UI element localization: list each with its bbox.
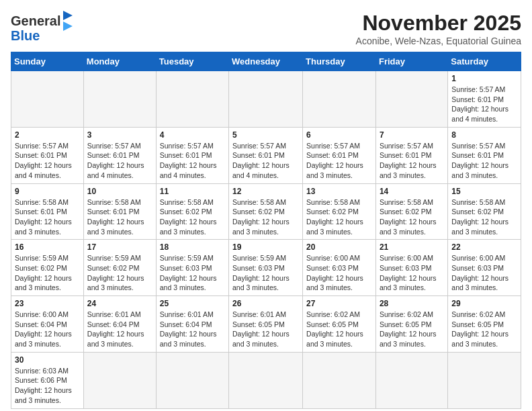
day-info: Sunrise: 5:59 AMSunset: 6:03 PMDaylight:…: [232, 253, 299, 293]
calendar-cell: 28Sunrise: 6:02 AMSunset: 6:05 PMDayligh…: [375, 296, 447, 353]
calendar-week-row: 1Sunrise: 5:57 AMSunset: 6:01 PMDaylight…: [11, 71, 521, 128]
calendar-cell: 14Sunrise: 5:58 AMSunset: 6:02 PMDayligh…: [375, 183, 447, 240]
month-title: November 2025: [356, 11, 521, 36]
calendar-cell: 15Sunrise: 5:58 AMSunset: 6:02 PMDayligh…: [448, 183, 521, 240]
calendar-cell: 1Sunrise: 5:57 AMSunset: 6:01 PMDaylight…: [448, 71, 521, 128]
weekday-header-sunday: Sunday: [11, 52, 84, 71]
day-number: 27: [306, 299, 372, 308]
day-info: Sunrise: 6:03 AMSunset: 6:06 PMDaylight:…: [15, 366, 80, 406]
calendar-week-row: 30Sunrise: 6:03 AMSunset: 6:06 PMDayligh…: [11, 352, 521, 408]
calendar-cell: 4Sunrise: 5:57 AMSunset: 6:01 PMDaylight…: [156, 127, 228, 183]
calendar-cell: 3Sunrise: 5:57 AMSunset: 6:01 PMDaylight…: [83, 127, 156, 183]
day-info: Sunrise: 5:57 AMSunset: 6:01 PMDaylight:…: [232, 141, 299, 181]
day-info: Sunrise: 6:01 AMSunset: 6:05 PMDaylight:…: [232, 310, 299, 349]
day-number: 28: [380, 299, 444, 308]
day-info: Sunrise: 5:57 AMSunset: 6:01 PMDaylight:…: [451, 141, 517, 181]
day-info: Sunrise: 5:58 AMSunset: 6:02 PMDaylight:…: [380, 197, 444, 237]
day-number: 11: [160, 187, 225, 196]
weekday-header-monday: Monday: [83, 52, 156, 71]
calendar-cell: [375, 71, 447, 128]
calendar-week-row: 16Sunrise: 5:59 AMSunset: 6:02 PMDayligh…: [11, 240, 521, 296]
day-number: 29: [451, 299, 517, 308]
day-info: Sunrise: 5:58 AMSunset: 6:02 PMDaylight:…: [232, 197, 299, 237]
weekday-header-saturday: Saturday: [448, 52, 521, 71]
calendar-cell: [303, 71, 376, 128]
day-info: Sunrise: 5:59 AMSunset: 6:02 PMDaylight:…: [87, 253, 152, 293]
day-info: Sunrise: 6:02 AMSunset: 6:05 PMDaylight:…: [380, 310, 444, 349]
calendar-cell: 12Sunrise: 5:58 AMSunset: 6:02 PMDayligh…: [229, 183, 303, 240]
calendar-cell: [156, 352, 228, 408]
calendar-cell: 21Sunrise: 6:00 AMSunset: 6:03 PMDayligh…: [375, 240, 447, 296]
calendar-cell: 2Sunrise: 5:57 AMSunset: 6:01 PMDaylight…: [11, 127, 84, 183]
day-info: Sunrise: 5:58 AMSunset: 6:02 PMDaylight:…: [160, 197, 225, 237]
day-info: Sunrise: 6:00 AMSunset: 6:04 PMDaylight:…: [15, 310, 80, 349]
calendar-cell: 16Sunrise: 5:59 AMSunset: 6:02 PMDayligh…: [11, 240, 84, 296]
day-info: Sunrise: 5:58 AMSunset: 6:02 PMDaylight:…: [306, 197, 372, 237]
day-info: Sunrise: 5:57 AMSunset: 6:01 PMDaylight:…: [87, 141, 152, 181]
calendar-cell: [83, 352, 156, 408]
calendar-cell: 27Sunrise: 6:02 AMSunset: 6:05 PMDayligh…: [303, 296, 376, 353]
day-number: 5: [232, 130, 299, 140]
calendar-cell: [375, 352, 447, 408]
calendar-cell: 13Sunrise: 5:58 AMSunset: 6:02 PMDayligh…: [303, 183, 376, 240]
calendar-cell: 5Sunrise: 5:57 AMSunset: 6:01 PMDaylight…: [229, 127, 303, 183]
location-subtitle: Aconibe, Wele-Nzas, Equatorial Guinea: [356, 36, 521, 46]
day-number: 7: [380, 130, 444, 140]
calendar-cell: 19Sunrise: 5:59 AMSunset: 6:03 PMDayligh…: [229, 240, 303, 296]
day-info: Sunrise: 5:58 AMSunset: 6:01 PMDaylight:…: [87, 197, 152, 237]
day-number: 30: [15, 355, 80, 365]
calendar-cell: 24Sunrise: 6:01 AMSunset: 6:04 PMDayligh…: [83, 296, 156, 353]
calendar-cell: [229, 352, 303, 408]
day-number: 20: [306, 242, 372, 252]
day-info: Sunrise: 5:57 AMSunset: 6:01 PMDaylight:…: [160, 141, 225, 181]
day-number: 25: [160, 299, 225, 308]
day-number: 1: [451, 74, 517, 83]
day-info: Sunrise: 6:01 AMSunset: 6:04 PMDaylight:…: [87, 310, 152, 349]
calendar-cell: [229, 71, 303, 128]
day-number: 3: [87, 130, 152, 140]
day-number: 9: [15, 187, 80, 196]
weekday-header-tuesday: Tuesday: [156, 52, 228, 71]
day-info: Sunrise: 5:57 AMSunset: 6:01 PMDaylight:…: [306, 141, 372, 181]
calendar: SundayMondayTuesdayWednesdayThursdayFrid…: [11, 52, 521, 409]
calendar-cell: 23Sunrise: 6:00 AMSunset: 6:04 PMDayligh…: [11, 296, 84, 353]
day-number: 4: [160, 130, 225, 140]
day-number: 16: [15, 242, 80, 252]
calendar-week-row: 9Sunrise: 5:58 AMSunset: 6:01 PMDaylight…: [11, 183, 521, 240]
calendar-week-row: 23Sunrise: 6:00 AMSunset: 6:04 PMDayligh…: [11, 296, 521, 353]
day-number: 21: [380, 242, 444, 252]
calendar-cell: 6Sunrise: 5:57 AMSunset: 6:01 PMDaylight…: [303, 127, 376, 183]
day-number: 14: [380, 187, 444, 196]
day-info: Sunrise: 6:00 AMSunset: 6:03 PMDaylight:…: [451, 253, 517, 293]
calendar-cell: [156, 71, 228, 128]
day-info: Sunrise: 5:57 AMSunset: 6:01 PMDaylight:…: [15, 141, 80, 181]
day-info: Sunrise: 6:00 AMSunset: 6:03 PMDaylight:…: [380, 253, 444, 293]
logo: General Blue: [11, 11, 73, 44]
calendar-cell: 22Sunrise: 6:00 AMSunset: 6:03 PMDayligh…: [448, 240, 521, 296]
day-number: 26: [232, 299, 299, 308]
calendar-cell: 18Sunrise: 5:59 AMSunset: 6:03 PMDayligh…: [156, 240, 228, 296]
calendar-cell: 10Sunrise: 5:58 AMSunset: 6:01 PMDayligh…: [83, 183, 156, 240]
day-info: Sunrise: 5:57 AMSunset: 6:01 PMDaylight:…: [451, 85, 517, 124]
day-number: 6: [306, 130, 372, 140]
day-number: 23: [15, 299, 80, 308]
day-info: Sunrise: 5:58 AMSunset: 6:02 PMDaylight:…: [451, 197, 517, 237]
calendar-cell: 25Sunrise: 6:01 AMSunset: 6:04 PMDayligh…: [156, 296, 228, 353]
day-number: 10: [87, 187, 152, 196]
logo-blue-text: Blue: [11, 28, 40, 44]
calendar-cell: 7Sunrise: 5:57 AMSunset: 6:01 PMDaylight…: [375, 127, 447, 183]
day-info: Sunrise: 5:57 AMSunset: 6:01 PMDaylight:…: [380, 141, 444, 181]
day-info: Sunrise: 6:00 AMSunset: 6:03 PMDaylight:…: [306, 253, 372, 293]
day-number: 2: [15, 130, 80, 140]
weekday-header-wednesday: Wednesday: [229, 52, 303, 71]
calendar-week-row: 2Sunrise: 5:57 AMSunset: 6:01 PMDaylight…: [11, 127, 521, 183]
day-number: 12: [232, 187, 299, 196]
day-number: 24: [87, 299, 152, 308]
calendar-cell: 17Sunrise: 5:59 AMSunset: 6:02 PMDayligh…: [83, 240, 156, 296]
logo-text: General: [11, 13, 60, 29]
day-number: 18: [160, 242, 225, 252]
day-number: 15: [451, 187, 517, 196]
calendar-cell: [11, 71, 84, 128]
day-info: Sunrise: 5:59 AMSunset: 6:03 PMDaylight:…: [160, 253, 225, 293]
day-number: 17: [87, 242, 152, 252]
